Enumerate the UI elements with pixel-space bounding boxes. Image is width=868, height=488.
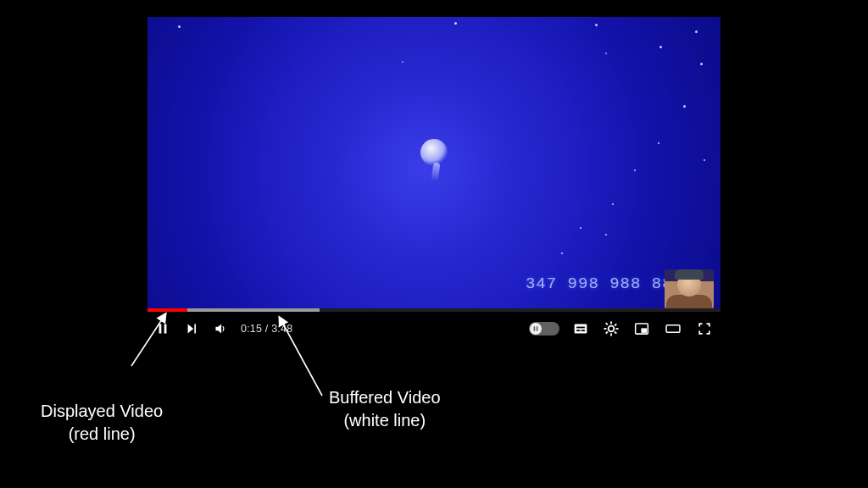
svg-rect-10 (610, 334, 612, 336)
svg-rect-1 (164, 324, 167, 333)
particle (454, 22, 457, 25)
svg-rect-0 (159, 324, 162, 333)
particle (402, 61, 403, 63)
subtitles-icon (571, 319, 590, 338)
fullscreen-button[interactable] (695, 319, 714, 338)
autoplay-knob (530, 323, 542, 335)
settings-button[interactable] (602, 319, 620, 338)
subtitles-button[interactable] (571, 319, 590, 338)
annotation-buffered: Buffered Video (white line) (329, 386, 441, 432)
particle (704, 159, 705, 161)
annotation-buffered-line2: (white line) (329, 409, 441, 432)
svg-rect-16 (605, 331, 608, 334)
time-display: 0:15 / 3:48 (241, 323, 292, 335)
annotation-buffered-line1: Buffered Video (329, 386, 441, 409)
particle (580, 227, 581, 229)
particle (634, 169, 636, 171)
next-icon (183, 320, 200, 337)
pause-button[interactable] (154, 320, 171, 337)
annotation-displayed-line2: (red line) (41, 423, 163, 446)
video-viewport[interactable]: 347 998 988 888 (147, 17, 721, 308)
annotation-displayed: Displayed Video (red line) (41, 400, 163, 446)
theater-button[interactable] (663, 319, 683, 338)
particle (695, 30, 698, 33)
played-range (147, 308, 187, 312)
svg-rect-9 (610, 321, 612, 324)
particle (659, 46, 662, 48)
svg-rect-15 (614, 324, 616, 326)
current-time: 0:15 (241, 323, 262, 335)
endscreen-channel-avatar[interactable] (665, 269, 714, 308)
particle (595, 24, 598, 26)
svg-rect-6 (576, 330, 580, 331)
video-overlay-number: 347 998 988 888 (526, 274, 683, 293)
svg-rect-14 (614, 331, 616, 334)
pause-icon (154, 320, 171, 337)
autoplay-track (529, 322, 559, 336)
control-bar: 0:15 / 3:48 (147, 312, 721, 346)
svg-rect-12 (616, 328, 619, 330)
pause-mini-icon (532, 325, 539, 332)
svg-rect-2 (194, 324, 196, 333)
autoplay-toggle[interactable] (529, 322, 559, 336)
particle (612, 203, 614, 205)
svg-rect-3 (534, 326, 536, 331)
particle (658, 142, 659, 144)
volume-icon (212, 320, 229, 337)
particle (561, 252, 563, 254)
annotation-displayed-line1: Displayed Video (41, 400, 163, 423)
particle (605, 53, 607, 54)
svg-rect-5 (575, 324, 587, 334)
video-player: 347 998 988 888 (147, 17, 721, 346)
svg-rect-19 (666, 325, 680, 333)
duration: 3:48 (271, 323, 292, 335)
svg-rect-8 (576, 327, 585, 329)
svg-rect-4 (537, 326, 538, 331)
svg-rect-18 (641, 328, 647, 333)
svg-rect-7 (581, 330, 585, 331)
volume-button[interactable] (212, 320, 229, 337)
svg-rect-11 (604, 328, 606, 330)
miniplayer-icon (632, 319, 651, 338)
time-sep: / (262, 323, 271, 335)
particle (178, 25, 181, 28)
fullscreen-icon (695, 319, 714, 338)
particle (700, 63, 703, 65)
gear-icon (602, 319, 620, 338)
particle (683, 105, 686, 108)
progress-bar[interactable] (147, 308, 721, 312)
subject-creature (420, 139, 454, 185)
particle (605, 234, 607, 236)
svg-rect-13 (605, 322, 608, 324)
theater-icon (663, 319, 683, 338)
miniplayer-button[interactable] (632, 319, 651, 338)
next-button[interactable] (183, 320, 200, 337)
